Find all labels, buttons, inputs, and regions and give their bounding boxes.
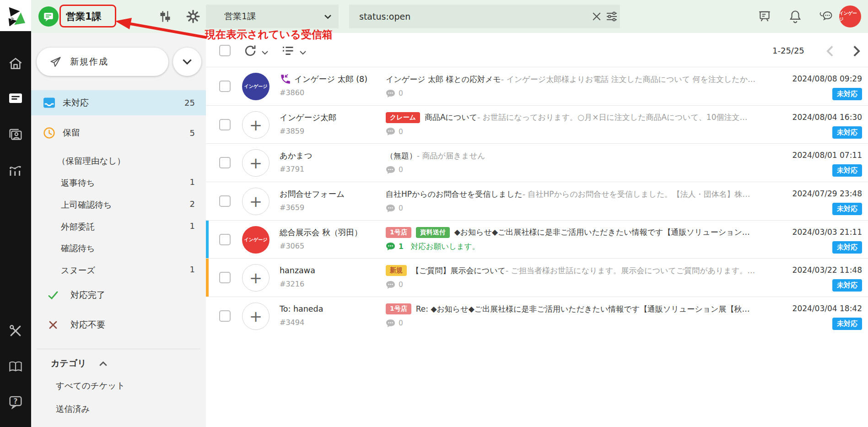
ticket-row[interactable]: インゲージ 総合展示会 秋（羽田） #3065 1号店資料送付 ◆お知らせ◆ご出… — [206, 220, 868, 259]
comment-count: 0 — [399, 204, 403, 212]
comment-bubble-icon — [386, 242, 395, 251]
phone-callback-icon — [280, 73, 291, 85]
ticket-row[interactable]: インゲージ インゲージ 太郎 (8) #3860 インゲージ 太郎 様との応対メ… — [206, 67, 868, 105]
search-scope-dropdown[interactable]: 営業1課 — [206, 5, 339, 28]
search-input[interactable] — [349, 5, 620, 28]
refresh-menu-chevron-icon[interactable] — [262, 48, 268, 57]
board-icon[interactable] — [757, 9, 772, 24]
ticket-subject[interactable]: （無題） - 商品が届きません — [386, 149, 774, 162]
sidebar-item-completed[interactable]: 対応完了 — [31, 283, 206, 308]
pagination-prev-icon[interactable] — [825, 45, 836, 56]
search-box — [349, 5, 620, 28]
ticket-subject[interactable]: 新規 【ご質問】展示会について - ご担当者様お世話になります。展示会についてご… — [386, 264, 774, 277]
comment-count: 0 — [399, 128, 403, 136]
count-badge: 1 — [190, 221, 195, 231]
count-badge: 1 — [190, 265, 195, 274]
ticket-edge-indicator — [206, 144, 209, 182]
ticket-contact-name: あかまつ — [280, 150, 313, 161]
ticket-subject[interactable]: 自社HPからのお問合せを受信しました - 自社HPからのお問合せを受信しました。… — [386, 187, 774, 201]
ticket-avatar[interactable]: + — [242, 111, 270, 139]
ticket-checkbox[interactable] — [219, 310, 231, 322]
chat-icon[interactable] — [818, 9, 833, 24]
ticket-list-pane: 1-25/25 インゲージ インゲージ 太郎 (8) #3860 インゲージ 太… — [206, 33, 868, 427]
ticket-row[interactable]: + hanzawa #3216 新規 【ご質問】展示会について - ご担当者様お… — [206, 258, 868, 297]
ticket-contact-name: 総合展示会 秋（羽田） — [280, 227, 362, 238]
sidebar-item-sent[interactable]: 送信済み — [56, 403, 90, 415]
x-icon — [47, 319, 59, 331]
comment-bubble-icon — [386, 204, 395, 213]
ticket-row[interactable]: + インゲージ太郎 #3859 クレーム 商品Aについて - お世話になっており… — [206, 105, 868, 144]
select-all-checkbox[interactable] — [219, 45, 231, 56]
sidebar-item-snooze[interactable]: スヌーズ 1 — [31, 265, 206, 276]
ticket-avatar[interactable]: + — [242, 303, 270, 330]
book-icon[interactable] — [8, 359, 23, 374]
sidebar-item-outsourced[interactable]: 外部委託 1 — [31, 221, 206, 233]
sidebar-item-waiting-supervisor[interactable]: 上司確認待ち 2 — [31, 199, 206, 211]
pagination-next-icon[interactable] — [851, 45, 862, 56]
sort-icon[interactable] — [158, 9, 173, 24]
tools-icon[interactable] — [8, 323, 23, 339]
inbox-icon[interactable] — [8, 91, 23, 106]
comment-bubble-icon — [386, 319, 395, 328]
ticket-contact-name: お問合せフォーム — [280, 189, 345, 200]
sidebar-item-waiting-reply[interactable]: 返事待ち 1 — [31, 177, 206, 189]
ticket-checkbox[interactable] — [219, 81, 231, 92]
search-filter-icon[interactable] — [606, 11, 618, 22]
ticket-contact-name: インゲージ太郎 — [280, 112, 336, 123]
refresh-icon[interactable] — [243, 44, 257, 58]
ticket-checkbox[interactable] — [219, 272, 231, 283]
ticket-date: 2024/03/04 18:42 — [793, 304, 862, 313]
inbox-blue-icon — [43, 97, 55, 109]
gear-icon[interactable] — [186, 9, 200, 24]
ticket-avatar[interactable]: + — [242, 188, 270, 215]
contacts-icon[interactable] — [8, 127, 23, 142]
search-clear-icon[interactable] — [592, 11, 602, 22]
ticket-subject[interactable]: 1号店 Re: ◆お知らせ◆ご出展社様に是非ご活用いただきたい情報です【通販ソリ… — [386, 302, 774, 316]
sidebar-item-no-hold-reason[interactable]: （保留理由なし） — [31, 155, 206, 167]
list-view-chevron-icon[interactable] — [300, 48, 306, 57]
ticket-date: 2024/07/29 23:48 — [793, 189, 862, 198]
ticket-id: #3791 — [280, 165, 304, 173]
ticket-row[interactable]: + お問合せフォーム #3659 自社HPからのお問合せを受信しました - 自社… — [206, 182, 868, 220]
ticket-id: #3065 — [280, 242, 304, 250]
sidebar-item-all-tickets[interactable]: すべてのチケット — [56, 380, 125, 391]
category-section-header[interactable]: カテゴリ — [51, 357, 107, 369]
ticket-label-badge: 新規 — [386, 265, 407, 276]
user-avatar[interactable]: インゲージ — [839, 5, 861, 27]
ticket-row[interactable]: + To: haneda #3494 1号店 Re: ◆お知らせ◆ご出展社様に是… — [206, 297, 868, 335]
ticket-edge-indicator — [206, 182, 209, 220]
ticket-row[interactable]: + あかまつ #3791 （無題） - 商品が届きません 0 2024/08/0… — [206, 143, 868, 182]
sidebar-item-waiting-confirmation[interactable]: 確認待ち — [31, 243, 206, 254]
sidebar-item-unhandled[interactable]: 未対応 25 — [31, 90, 206, 115]
comment-bubble-icon — [386, 89, 395, 98]
help-icon[interactable]: ? — [8, 394, 23, 410]
list-view-icon[interactable] — [281, 44, 295, 58]
ticket-avatar[interactable]: インゲージ — [242, 73, 270, 100]
ticket-checkbox[interactable] — [219, 195, 231, 207]
ticket-checkbox[interactable] — [219, 157, 231, 168]
ticket-avatar[interactable]: + — [242, 264, 270, 292]
comment-bubble-icon — [386, 281, 395, 289]
ticket-checkbox[interactable] — [219, 119, 231, 130]
count-badge: 1 — [190, 177, 195, 187]
chevron-up-icon — [99, 361, 107, 366]
compose-button[interactable]: 新規作成 — [37, 48, 168, 76]
bell-icon[interactable] — [788, 9, 803, 24]
comment-bubble-icon — [386, 127, 395, 136]
ticket-status-badge: 未対応 — [832, 241, 862, 254]
home-icon[interactable] — [8, 56, 23, 71]
ticket-avatar[interactable]: インゲージ — [242, 226, 270, 254]
ticket-avatar[interactable]: + — [242, 149, 270, 177]
ticket-edge-indicator — [206, 297, 209, 335]
analytics-icon[interactable] — [8, 163, 23, 178]
ticket-checkbox[interactable] — [219, 234, 231, 245]
ticket-subject[interactable]: クレーム 商品Aについて - お世話になっております。○月×日に注文した商品Aに… — [386, 111, 774, 124]
compose-more-button[interactable] — [173, 48, 201, 76]
svg-text:?: ? — [14, 397, 18, 405]
ticket-subject[interactable]: 1号店資料送付 ◆お知らせ◆ご出展社様に是非ご活用いただきたい情報です【通販ソリ… — [386, 226, 774, 239]
ticket-subject[interactable]: インゲージ 太郎 様との応対メモ - インゲージ太郎様よりお電話 注文した商品に… — [386, 72, 774, 86]
app-logo[interactable] — [0, 0, 31, 31]
ticket-badges: クレーム — [386, 112, 425, 123]
sidebar-item-on-hold[interactable]: 保留 5 — [31, 120, 206, 145]
sidebar-item-no-action-needed[interactable]: 対応不要 — [31, 313, 206, 337]
